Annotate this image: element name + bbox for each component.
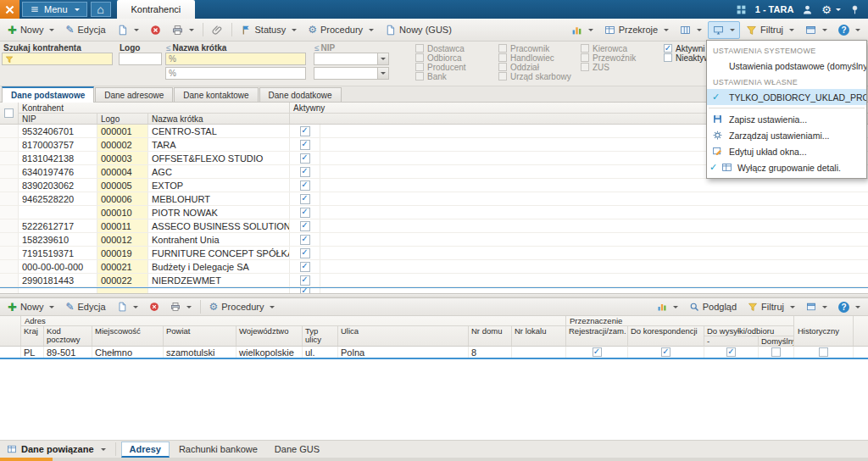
menu-item-ustawienia-podstawowe-domy-lny[interactable]: Ustawienia podstawowe (domyślny) [707, 58, 866, 74]
aktywny-checkbox[interactable] [300, 262, 310, 272]
detail-edit-button[interactable]: ✎Edycja [60, 300, 110, 314]
aktywny-checkbox[interactable] [300, 248, 310, 258]
nip-combo-2[interactable] [314, 67, 389, 80]
aktywny-checkbox[interactable] [300, 153, 310, 164]
menu-item-tylko-odbiorcy-uklad-prosty[interactable]: ✓TYLKO_ODBIORCY_UKLAD_PROSTY [707, 89, 866, 105]
tab-dane-gus[interactable]: Dane GUS [267, 442, 327, 458]
col-header-miejscowosc[interactable]: Miejscowość [92, 326, 164, 346]
settings-gear-button[interactable]: ⚙ [821, 4, 841, 15]
related-data-button[interactable]: Dane powiązane [3, 444, 110, 454]
statuses-button[interactable]: Statusy [236, 21, 303, 39]
menu-item-zapisz-ustawienia[interactable]: Zapisz ustawienia... [707, 111, 866, 127]
aktywny-checkbox[interactable] [300, 126, 310, 136]
detail-delete-button[interactable] [144, 300, 164, 314]
col-header-wojewodztwo[interactable]: Województwo [236, 326, 303, 346]
col-header-korespondencji[interactable]: Do korespondencji [628, 326, 704, 347]
aktywny-checkbox[interactable] [300, 140, 310, 150]
nip-combo-1[interactable] [314, 53, 389, 65]
korespondencji-checkbox[interactable] [661, 347, 670, 357]
horizontal-scrollbar-thumb[interactable] [0, 458, 53, 461]
detail-statistics-button[interactable] [652, 300, 683, 314]
short-name-input-1[interactable]: % [165, 53, 306, 65]
print-button[interactable] [167, 21, 199, 39]
delete-button[interactable] [145, 21, 166, 39]
window-settings-button[interactable] [708, 21, 740, 39]
menu-button[interactable]: Menu [22, 2, 87, 17]
table-row[interactable]: 158239610000012Kontrahent Unia [0, 233, 868, 247]
column-header-nazwa[interactable]: Nazwa krótka [148, 114, 290, 124]
col-header-domyslny[interactable]: Domyślny [759, 336, 794, 347]
filter-button[interactable]: Filtruj [741, 21, 799, 39]
pin-icon[interactable] [849, 4, 860, 15]
tab-adresy[interactable]: Adresy [121, 442, 170, 458]
column-header-logo[interactable]: Logo [97, 114, 148, 124]
aktywny-checkbox[interactable] [300, 235, 310, 245]
user-icon[interactable] [802, 4, 813, 15]
col-header-powiat[interactable]: Powiat [164, 326, 236, 346]
logo-input[interactable] [119, 53, 162, 65]
attachments-button[interactable] [207, 21, 228, 39]
menu-item-edytuj-uk-ad-okna[interactable]: Edytuj układ okna... [707, 143, 866, 159]
statistics-button[interactable] [566, 21, 598, 39]
col-header-wysylki-dash[interactable]: - [704, 336, 759, 347]
aktywny-checkbox[interactable] [300, 167, 310, 177]
home-button[interactable]: ⌂ [91, 2, 111, 17]
detail-procedures-button[interactable]: ⚙Procedury [204, 300, 281, 314]
window-button[interactable] [800, 21, 832, 39]
copy-button[interactable] [112, 21, 144, 39]
aktywny-checkbox[interactable] [300, 208, 310, 218]
table-row[interactable]: 000010PIOTR NOWAK [0, 206, 868, 219]
select-all-checkbox[interactable] [4, 108, 14, 118]
tab-dane-podstawowe[interactable]: Dane podstawowe [2, 86, 94, 103]
rejestracji-checkbox[interactable] [593, 347, 602, 357]
tab-dane-adresowe[interactable]: Dane adresowe [95, 87, 173, 102]
table-row[interactable]: 9462528220000006MEBLOHURT [0, 192, 868, 206]
apps-grid-icon[interactable] [736, 4, 747, 15]
short-name-input-2[interactable]: % [165, 67, 306, 80]
historyczny-checkbox[interactable] [819, 347, 828, 357]
help-button[interactable]: ? [833, 21, 865, 39]
domyslny-checkbox[interactable] [771, 347, 781, 357]
table-row-partial[interactable] [0, 287, 868, 293]
horizontal-scrollbar[interactable] [0, 458, 868, 461]
detail-window-button[interactable] [801, 300, 832, 314]
aktywny-checkbox[interactable] [300, 275, 310, 286]
aktywny-checkbox[interactable] [300, 194, 310, 204]
detail-help-button[interactable]: ? [833, 300, 865, 314]
col-header-historyczny[interactable]: Historyczny [794, 316, 854, 346]
col-header-nr-domu[interactable]: Nr domu [469, 326, 512, 346]
edit-button[interactable]: ✎Edycja [60, 21, 110, 39]
address-row-selector[interactable] [0, 347, 21, 358]
col-header-nr-lokalu[interactable]: Nr lokalu [512, 326, 566, 346]
menu-item-zarz-dzaj-ustawieniami[interactable]: Zarządzaj ustawieniami... [707, 127, 866, 143]
aktywny-checkbox[interactable] [300, 288, 310, 293]
window-tab-kontrahenci[interactable]: Kontrahenci [117, 0, 196, 19]
dropdown-button[interactable] [377, 68, 388, 79]
table-row[interactable]: 2990181443000022NIERDZEWMET [0, 274, 868, 287]
table-row[interactable]: 000-00-00-000000021Budżety i Delegacje S… [0, 260, 868, 274]
dropdown-button[interactable] [377, 53, 388, 64]
detail-copy-button[interactable] [112, 300, 143, 314]
col-header-wysylki[interactable]: Do wysyłki/odbioru [704, 326, 794, 336]
tab-dane-dodatkowe[interactable]: Dane dodatkowe [259, 87, 342, 102]
new-button[interactable]: ✚Nowy [3, 21, 59, 39]
table-row[interactable]: 5222612717000011ASSECO BUSINESS SOLUTION… [0, 219, 868, 233]
detail-new-button[interactable]: ✚Nowy [3, 300, 59, 314]
detail-filter-button[interactable]: Filtruj [743, 300, 800, 314]
col-header-typ-ulicy[interactable]: Typ ulicy [303, 326, 338, 346]
col-header-ulica[interactable]: Ulica [338, 326, 469, 346]
views-button[interactable]: Przekroje [599, 21, 674, 39]
tab-dane-kontaktowe[interactable]: Dane kontaktowe [174, 87, 258, 102]
procedures-button[interactable]: ⚙Procedury [303, 21, 379, 39]
new-gus-button[interactable]: Nowy (GUS) [380, 21, 457, 39]
wysylki-checkbox[interactable] [726, 347, 736, 357]
detail-print-button[interactable] [165, 300, 197, 314]
columns-button[interactable] [675, 21, 707, 39]
preview-button[interactable]: Podgląd [684, 300, 742, 314]
search-input[interactable] [2, 53, 113, 65]
menu-item-wy-cz-grupowanie-detali[interactable]: ✓Wyłącz grupowanie detali. [707, 159, 866, 175]
col-header-rejestracji[interactable]: Rejestracji/zam. [566, 326, 628, 347]
column-header-nip[interactable]: NIP [19, 114, 97, 124]
table-row[interactable]: 7191519371000019FURNITURE CONCEPT SPÓŁKA… [0, 247, 868, 260]
col-header-kraj[interactable]: Kraj [21, 326, 44, 346]
